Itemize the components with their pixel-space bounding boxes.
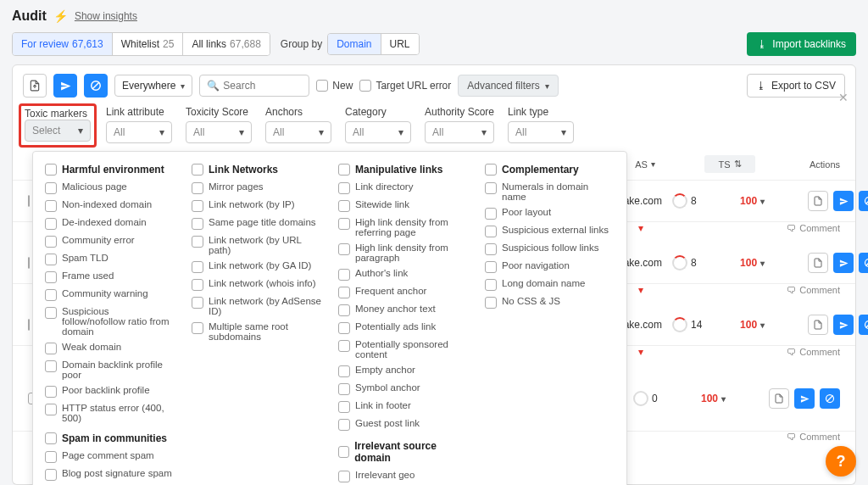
ts-cell[interactable]: 100▾ — [740, 195, 782, 207]
category-select[interactable]: All▾ — [345, 121, 411, 143]
toxic-marker-option[interactable]: Page comment spam — [45, 448, 175, 465]
compound-toggle[interactable]: ▾ — [638, 346, 643, 358]
toxic-marker-option[interactable]: Symbol anchor — [338, 380, 468, 398]
comment-button[interactable]: 🗨Comment — [787, 432, 840, 442]
toxic-marker-option[interactable]: Guest post link — [338, 415, 468, 433]
row-send-button[interactable] — [794, 388, 815, 409]
toxic-marker-option[interactable]: HTTP status error (400, 500) — [45, 400, 175, 426]
toxic-marker-option[interactable]: No CSS & JS — [485, 293, 615, 311]
row-block-button[interactable] — [859, 315, 868, 335]
toxic-marker-option[interactable]: Potentially sponsored content — [338, 337, 468, 362]
row-doc-button[interactable] — [808, 315, 828, 335]
toxic-marker-option[interactable]: Irrelevant geo — [338, 467, 468, 485]
group-by-url[interactable]: URL — [381, 34, 419, 54]
row-checkbox[interactable] — [28, 319, 30, 331]
row-block-button[interactable] — [859, 191, 868, 211]
comment-button[interactable]: 🗨Comment — [787, 346, 840, 358]
import-backlinks-button[interactable]: ⭳ Import backlinks — [747, 32, 856, 56]
toxic-marker-option[interactable]: Multiple same root subdomains — [192, 319, 321, 344]
toxic-marker-option[interactable]: Community error — [45, 232, 175, 250]
toxic-marker-option[interactable]: Empty anchor — [338, 362, 468, 380]
toxic-marker-option[interactable]: Suspicious external links — [485, 222, 615, 240]
tab-whitelist[interactable]: Whitelist 25 — [113, 33, 184, 55]
row-doc-button[interactable] — [808, 191, 828, 211]
toxic-marker-option[interactable]: Blog post signature spam — [45, 465, 175, 483]
toxic-marker-option[interactable]: Frame used — [45, 268, 175, 286]
advanced-filters-button[interactable]: Advanced filters ▾ — [458, 75, 558, 97]
group-by-domain[interactable]: Domain — [328, 34, 381, 54]
row-send-button[interactable] — [833, 191, 854, 211]
toxic-marker-option[interactable]: Malicious page — [45, 179, 175, 197]
toxic-marker-option[interactable]: Money anchor text — [338, 301, 468, 319]
ts-cell[interactable]: 100▾ — [740, 319, 782, 331]
toxic-marker-option[interactable]: High link density from referring page — [338, 215, 468, 240]
toxic-marker-option[interactable]: Potentially ads link — [338, 319, 468, 337]
show-insights-link[interactable]: Show insights — [75, 10, 137, 22]
compound-toggle[interactable]: ▾ — [638, 284, 643, 296]
toxic-marker-option[interactable]: Non-indexed domain — [45, 197, 175, 215]
toxic-marker-option[interactable]: Weak domain — [45, 339, 175, 357]
target-url-error-checkbox[interactable]: Target URL error — [359, 80, 451, 92]
group-spam-communities[interactable]: Spam in communities — [45, 432, 175, 444]
toxic-marker-option[interactable]: Mirror pages — [192, 179, 321, 197]
toxic-marker-option[interactable]: Poor layout — [485, 204, 615, 222]
toxic-marker-option[interactable]: Link network (by AdSense ID) — [192, 293, 321, 319]
toxic-marker-option[interactable]: Link directory — [338, 179, 468, 197]
toxic-marker-option[interactable]: Poor navigation — [485, 258, 615, 276]
toxic-marker-option[interactable]: Spam TLD — [45, 250, 175, 268]
group-harmful-environment[interactable]: Harmful environment — [45, 164, 175, 176]
toxic-marker-option[interactable]: Link in footer — [338, 398, 468, 415]
group-link-networks[interactable]: Link Networks — [192, 164, 321, 176]
toxic-marker-option[interactable]: Community warning — [45, 286, 175, 304]
group-manipulative-links[interactable]: Manipulative links — [338, 164, 468, 176]
toxic-marker-option[interactable]: High link density from paragraph — [338, 240, 468, 265]
toxic-marker-option[interactable]: Same page title domains — [192, 215, 321, 232]
toxic-marker-option[interactable]: Author's link — [338, 265, 468, 283]
ts-cell[interactable]: 100▾ — [740, 257, 782, 269]
comment-button[interactable]: 🗨Comment — [787, 222, 840, 234]
link-attribute-select[interactable]: All▾ — [106, 121, 172, 143]
toxic-marker-option[interactable]: Suspicious follow links — [485, 240, 615, 258]
row-doc-button[interactable] — [808, 253, 828, 273]
toxic-marker-option[interactable]: Poor backlink profile — [45, 382, 175, 400]
ts-cell[interactable]: 100▾ — [701, 393, 743, 404]
toxic-markers-select[interactable]: Select ▾ — [25, 120, 91, 142]
export-csv-button[interactable]: ⭳ Export to CSV — [747, 74, 845, 98]
toxic-marker-option[interactable]: Sitewide link — [338, 197, 468, 215]
new-checkbox[interactable]: New — [316, 80, 353, 92]
row-send-button[interactable] — [833, 315, 854, 335]
tab-for-review[interactable]: For review 67,613 — [13, 33, 113, 55]
row-send-button[interactable] — [833, 253, 854, 273]
row-checkbox[interactable] — [28, 195, 30, 207]
toxic-marker-option[interactable]: Suspicious follow/nofollow ratio from do… — [45, 304, 175, 339]
toxic-marker-option[interactable]: Link network (whois info) — [192, 276, 321, 293]
group-complementary[interactable]: Complementary — [485, 164, 615, 176]
toxic-marker-option[interactable]: Domain backlink profile poor — [45, 357, 175, 382]
close-filters-button[interactable]: ✕ — [838, 91, 849, 104]
toxic-marker-option[interactable]: Link network (by IP) — [192, 197, 321, 215]
toxic-marker-option[interactable]: Link network (by GA ID) — [192, 258, 321, 276]
link-type-select[interactable]: All▾ — [508, 121, 574, 143]
block-button[interactable] — [84, 74, 108, 98]
group-irrelevant-source[interactable]: Irrelevant source domain — [338, 440, 468, 464]
row-block-button[interactable] — [820, 388, 840, 409]
toxic-marker-option[interactable]: Frequent anchor — [338, 283, 468, 301]
row-doc-button[interactable] — [769, 388, 789, 409]
export-file-button[interactable] — [23, 74, 47, 98]
toxicity-score-select[interactable]: All▾ — [186, 121, 252, 143]
tab-all-links[interactable]: All links 67,688 — [183, 33, 269, 55]
col-header-as[interactable]: AS▾ — [620, 159, 670, 170]
comment-button[interactable]: 🗨Comment — [787, 284, 840, 296]
row-checkbox[interactable] — [28, 257, 30, 269]
anchors-select[interactable]: All▾ — [265, 121, 331, 143]
toxic-marker-option[interactable]: Numerals in domain name — [485, 179, 615, 204]
scope-dropdown[interactable]: Everywhere ▾ — [114, 75, 192, 97]
row-block-button[interactable] — [859, 253, 868, 273]
compound-toggle[interactable]: ▾ — [638, 222, 643, 234]
toxic-marker-option[interactable]: Long domain name — [485, 276, 615, 293]
authority-score-select[interactable]: All▾ — [425, 121, 494, 143]
send-button[interactable] — [53, 74, 77, 98]
col-header-ts[interactable]: TS⇅ — [704, 155, 755, 173]
toxic-marker-option[interactable]: De-indexed domain — [45, 215, 175, 232]
search-input[interactable] — [223, 80, 302, 92]
